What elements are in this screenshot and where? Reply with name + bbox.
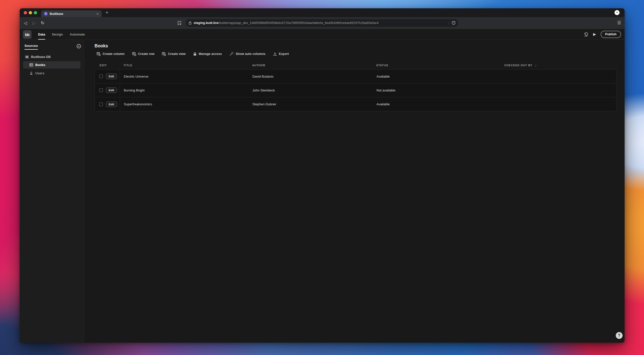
sidebar-item-budibase-db[interactable]: bb Budibase DB bbox=[20, 54, 84, 60]
cell-status: Available bbox=[373, 75, 502, 78]
sources-tree: bb Budibase DB Books Users bbox=[20, 54, 84, 77]
sidebar-item-books[interactable]: Books bbox=[23, 61, 80, 69]
tab-data[interactable]: Data bbox=[38, 29, 45, 40]
sort-desc-icon[interactable]: ↓ bbox=[535, 63, 537, 67]
add-source-button[interactable]: + bbox=[77, 44, 81, 48]
edit-row-button[interactable]: Edit bbox=[106, 74, 117, 79]
url-text: staging.budi.live/builder/app/app_dev_1f… bbox=[194, 21, 447, 25]
url-divider: | bbox=[449, 21, 449, 25]
cell-author: John Steinbeck bbox=[249, 88, 373, 92]
table-add-icon bbox=[132, 52, 136, 56]
export-button[interactable]: Export bbox=[273, 52, 289, 56]
lock-icon bbox=[189, 21, 192, 25]
create-view-button[interactable]: Create view bbox=[162, 52, 185, 56]
app-header: bb Data Design Automate ▶ Publish bbox=[20, 29, 625, 40]
cell-status: Not available bbox=[373, 88, 502, 92]
column-header-author[interactable]: AUTHOR bbox=[248, 64, 372, 67]
traffic-lights bbox=[24, 11, 37, 14]
manage-access-button[interactable]: Manage access bbox=[193, 52, 222, 56]
column-header-checked-out-by[interactable]: CHECKED OUT BY ↓ bbox=[501, 63, 617, 67]
table-row: Edit Superfreakonomics Stephen Dubner Av… bbox=[95, 97, 616, 111]
undo-icon[interactable] bbox=[583, 32, 589, 37]
magic-wand-icon bbox=[229, 52, 234, 56]
close-window-button[interactable] bbox=[24, 11, 27, 14]
sources-sidebar: Sources + bb Budibase DB Books bbox=[20, 40, 84, 343]
table-grid-icon bbox=[30, 63, 33, 67]
column-header-title[interactable]: TITLE bbox=[120, 64, 248, 67]
browser-toolbar: ◁ ▷ ↻ staging.budi.live/builder/app/app_… bbox=[20, 17, 625, 29]
reload-button[interactable]: ↻ bbox=[40, 20, 45, 26]
sidebar-item-label: Books bbox=[35, 63, 45, 67]
close-tab-icon[interactable]: × bbox=[97, 12, 99, 16]
builder-nav-tabs: Data Design Automate bbox=[38, 29, 85, 40]
books-table: EDIT TITLE AUTHOR STATUS CHECKED OUT BY … bbox=[95, 61, 617, 111]
back-button[interactable]: ◁ bbox=[23, 21, 28, 25]
sources-tab[interactable]: Sources bbox=[24, 44, 38, 50]
cell-title: Burning Bright bbox=[120, 88, 249, 92]
cell-status: Available bbox=[373, 102, 502, 106]
row-checkbox[interactable] bbox=[99, 103, 103, 106]
shield-icon[interactable] bbox=[452, 21, 455, 25]
sidebar-item-label: Budibase DB bbox=[31, 55, 51, 59]
sidebar-item-label: Users bbox=[35, 71, 44, 75]
table-add-icon bbox=[97, 52, 101, 56]
cell-title: Electric Universe bbox=[120, 75, 249, 78]
browser-tab-strip: Budibase × + ▼ bbox=[20, 8, 625, 17]
browser-tab[interactable]: Budibase × bbox=[41, 10, 102, 17]
column-header-status[interactable]: STATUS bbox=[372, 64, 501, 67]
url-bar[interactable]: staging.budi.live/builder/app/app_dev_1f… bbox=[186, 19, 458, 27]
tab-design[interactable]: Design bbox=[52, 29, 63, 40]
table-row: Edit Burning Bright John Steinbeck Not a… bbox=[95, 83, 616, 97]
sidebar-item-users[interactable]: Users bbox=[23, 70, 80, 77]
minimize-window-button[interactable] bbox=[29, 11, 32, 14]
tab-search-button[interactable]: ▼ bbox=[614, 10, 620, 15]
help-button[interactable]: ? bbox=[616, 332, 623, 339]
cell-author: Stephen Dubner bbox=[249, 102, 373, 106]
tab-automate[interactable]: Automate bbox=[70, 29, 85, 40]
bookmark-icon[interactable] bbox=[178, 21, 181, 25]
table-header: EDIT TITLE AUTHOR STATUS CHECKED OUT BY … bbox=[95, 61, 617, 69]
url-domain: staging.budi.live bbox=[194, 21, 219, 25]
table-actions-toolbar: Create column Create row Create view Man… bbox=[97, 52, 617, 56]
forward-button[interactable]: ▷ bbox=[31, 21, 37, 25]
zoom-window-button[interactable] bbox=[34, 11, 37, 14]
new-tab-button[interactable]: + bbox=[104, 9, 110, 16]
create-row-button[interactable]: Create row bbox=[132, 52, 155, 56]
users-icon bbox=[30, 72, 33, 75]
page-title: Books bbox=[95, 43, 617, 49]
cell-author: David Bodanis bbox=[249, 75, 373, 78]
row-checkbox[interactable] bbox=[99, 75, 103, 78]
table-add-icon bbox=[162, 52, 166, 56]
chevron-down-icon: ▼ bbox=[616, 12, 618, 14]
browser-window: Budibase × + ▼ ◁ ▷ ↻ staging.budi.live/b… bbox=[20, 8, 625, 343]
cell-title: Superfreakonomics bbox=[120, 102, 249, 106]
edit-row-button[interactable]: Edit bbox=[106, 87, 117, 93]
budibase-favicon-icon bbox=[44, 12, 48, 16]
tab-title: Budibase bbox=[50, 12, 97, 16]
lock-icon bbox=[193, 52, 197, 56]
table-body: Edit Electric Universe David Bodanis Ava… bbox=[95, 69, 617, 111]
preview-play-icon[interactable]: ▶ bbox=[593, 32, 596, 37]
download-icon bbox=[273, 52, 277, 56]
column-header-edit: EDIT bbox=[95, 64, 120, 67]
url-path: /builder/app/app_dev_1fa65096b850455bb4c… bbox=[219, 21, 379, 25]
row-checkbox[interactable] bbox=[99, 88, 103, 92]
budibase-logo[interactable]: bb bbox=[23, 30, 32, 39]
budibase-builder-page: bb Data Design Automate ▶ Publish Source… bbox=[20, 29, 625, 343]
budibase-db-icon: bb bbox=[25, 55, 29, 59]
edit-row-button[interactable]: Edit bbox=[106, 102, 117, 107]
show-auto-columns-button[interactable]: Show auto columns bbox=[229, 52, 266, 56]
table-panel: Books Create column Create row Create vi… bbox=[84, 40, 625, 343]
create-column-button[interactable]: Create column bbox=[97, 52, 125, 56]
menu-icon[interactable]: ☰ bbox=[617, 21, 621, 25]
table-row: Edit Electric Universe David Bodanis Ava… bbox=[95, 70, 616, 83]
publish-button[interactable]: Publish bbox=[601, 31, 621, 38]
